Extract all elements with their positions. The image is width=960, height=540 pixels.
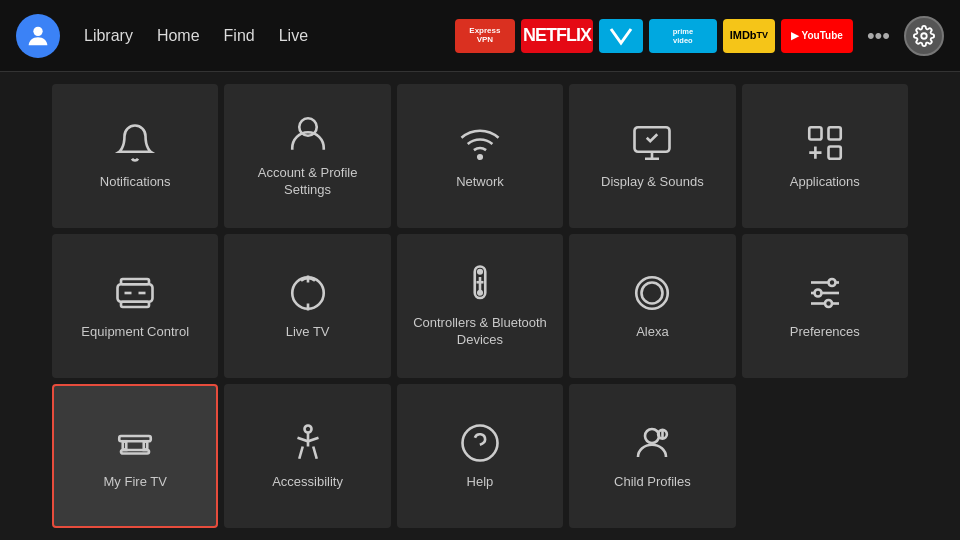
svg-rect-11	[121, 279, 149, 284]
child-profiles-label: Child Profiles	[614, 474, 691, 491]
nav-home[interactable]: Home	[149, 23, 208, 49]
display-sounds-label: Display & Sounds	[601, 174, 704, 191]
grid-item-notifications[interactable]: Notifications	[52, 84, 218, 228]
accessibility-label: Accessibility	[272, 474, 343, 491]
svg-point-28	[825, 300, 832, 307]
applications-label: Applications	[790, 174, 860, 191]
svg-point-22	[642, 282, 663, 303]
svg-point-35	[462, 425, 497, 460]
svg-rect-12	[121, 301, 149, 306]
top-nav: Library Home Find Live ExpressVPN NETFLI…	[0, 0, 960, 72]
svg-point-37	[645, 429, 659, 443]
account-profile-label: Account & Profile Settings	[234, 165, 380, 199]
grid-item-account-profile[interactable]: Account & Profile Settings	[224, 84, 390, 228]
svg-point-0	[33, 26, 42, 35]
app-youtube[interactable]: ▶ YouTube	[781, 19, 853, 53]
network-label: Network	[456, 174, 504, 191]
grid-item-applications[interactable]: Applications	[742, 84, 908, 228]
svg-point-20	[478, 291, 482, 295]
svg-point-19	[478, 270, 482, 274]
grid-item-accessibility[interactable]: Accessibility	[224, 384, 390, 528]
user-avatar[interactable]	[16, 14, 60, 58]
nav-library[interactable]: Library	[76, 23, 141, 49]
svg-rect-8	[118, 284, 153, 302]
grid-item-equipment-control[interactable]: Equipment Control	[52, 234, 218, 378]
svg-point-26	[828, 279, 835, 286]
preferences-label: Preferences	[790, 324, 860, 341]
alexa-label: Alexa	[636, 324, 669, 341]
svg-rect-5	[809, 127, 821, 139]
app-netflix[interactable]: NETFLIX	[521, 19, 593, 53]
grid-item-preferences[interactable]: Preferences	[742, 234, 908, 378]
nav-live[interactable]: Live	[271, 23, 316, 49]
nav-apps: ExpressVPN NETFLIX primevideo IMDbTV ▶ Y…	[455, 16, 944, 56]
svg-point-3	[478, 155, 482, 159]
grid-item-my-fire-tv[interactable]: My Fire TV	[52, 384, 218, 528]
grid-item-display-sounds[interactable]: Display & Sounds	[569, 84, 735, 228]
app-imdb[interactable]: IMDbTV	[723, 19, 775, 53]
grid-item-child-profiles[interactable]: Child Profiles	[569, 384, 735, 528]
settings-grid: Notifications Account & Profile Settings…	[0, 72, 960, 540]
svg-point-27	[814, 289, 821, 296]
my-fire-tv-label: My Fire TV	[104, 474, 167, 491]
svg-point-33	[304, 425, 311, 432]
nav-find[interactable]: Find	[216, 23, 263, 49]
nav-links: Library Home Find Live	[76, 23, 316, 49]
live-tv-label: Live TV	[286, 324, 330, 341]
grid-item-network[interactable]: Network	[397, 84, 563, 228]
app-freevee[interactable]	[599, 19, 643, 53]
help-label: Help	[467, 474, 494, 491]
more-apps-button[interactable]: •••	[859, 19, 898, 53]
grid-item-live-tv[interactable]: Live TV	[224, 234, 390, 378]
settings-button[interactable]	[904, 16, 944, 56]
notifications-label: Notifications	[100, 174, 171, 191]
grid-item-alexa[interactable]: Alexa	[569, 234, 735, 378]
svg-rect-32	[121, 450, 149, 454]
controllers-bluetooth-label: Controllers & Bluetooth Devices	[407, 315, 553, 349]
app-expressvpn[interactable]: ExpressVPN	[455, 19, 515, 53]
svg-point-1	[921, 33, 927, 39]
grid-item-help[interactable]: Help	[397, 384, 563, 528]
equipment-control-label: Equipment Control	[81, 324, 189, 341]
svg-rect-6	[828, 127, 840, 139]
grid-item-controllers-bluetooth[interactable]: Controllers & Bluetooth Devices	[397, 234, 563, 378]
app-prime-video[interactable]: primevideo	[649, 19, 717, 53]
svg-rect-7	[828, 146, 840, 158]
